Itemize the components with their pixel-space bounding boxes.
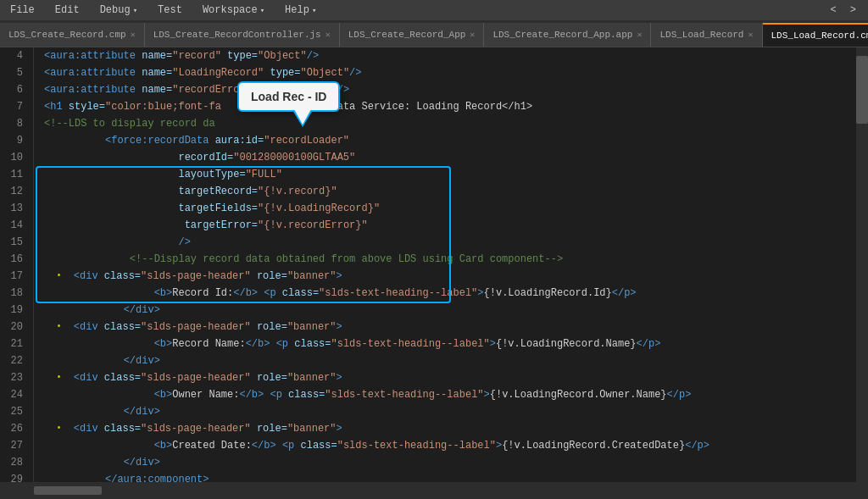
tab-0-close[interactable]: ✕ (131, 30, 136, 40)
line-num-25: 25 (10, 403, 23, 420)
line-num-21: 21 (10, 335, 23, 352)
line-num-17: 17 (10, 268, 23, 285)
menu-edit[interactable]: Edit (52, 3, 83, 18)
line-num-23: 23 (10, 369, 23, 386)
code-line-26: • <div class="slds-page-header" role="ba… (34, 420, 856, 437)
tab-2-label: LDS_Create_Record_App (348, 30, 466, 40)
scrollbar-thumb[interactable] (856, 56, 868, 124)
line-num-28: 28 (10, 454, 23, 471)
tab-3[interactable]: LDS_Create_Record_App.app ✕ (484, 23, 651, 47)
debug-dropdown-icon: ▾ (133, 6, 137, 15)
tab-1-label: LDS_Create_RecordController.js (153, 30, 321, 40)
line-num-27: 27 (10, 437, 23, 454)
line-num-5: 5 (10, 64, 23, 81)
editor-container: 4 5 6 7 8 9 10 11 12 13 14 15 16 17 18 1… (0, 47, 868, 482)
menu-help[interactable]: Help ▾ (281, 3, 320, 18)
tab-0[interactable]: LDS_Create_Record.cmp ✕ (0, 23, 145, 47)
line-num-20: 20 (10, 319, 23, 335)
line-num-16: 16 (10, 251, 23, 268)
line-num-13: 13 (10, 200, 23, 217)
workspace-dropdown-icon: ▾ (260, 6, 264, 15)
tab-5-label: LDS_Load_Record.cmp (771, 30, 868, 41)
tab-2[interactable]: LDS_Create_Record_App ✕ (340, 23, 485, 47)
tab-bar: LDS_Create_Record.cmp ✕ LDS_Create_Recor… (0, 20, 868, 47)
nav-arrows: < > (826, 3, 861, 18)
code-line-20: • <div class="slds-page-header" role="ba… (34, 319, 856, 335)
code-line-22: </div> (34, 352, 856, 369)
line-num-22: 22 (10, 352, 23, 369)
scrollbar-right[interactable] (856, 47, 868, 482)
code-line-16: <!--Display record data obtained from ab… (34, 251, 856, 268)
tab-1-close[interactable]: ✕ (326, 30, 331, 40)
line-num-29: 29 (10, 471, 23, 482)
line-num-19: 19 (10, 302, 23, 319)
line-num-26: 26 (10, 420, 23, 437)
tab-4[interactable]: LDS_Load_Record ✕ (651, 23, 762, 47)
tab-2-close[interactable]: ✕ (470, 30, 475, 40)
tab-3-label: LDS_Create_Record_App.app (492, 30, 632, 40)
menu-workspace[interactable]: Workspace ▾ (199, 3, 268, 18)
line-num-7: 7 (10, 98, 23, 115)
code-line-18: <b> Record Id: </b> <p class="slds-text-… (34, 285, 856, 302)
code-line-21: <b> Record Name: </b> <p class="slds-tex… (34, 335, 856, 352)
line-num-18: 18 (10, 285, 23, 302)
code-line-23: • <div class="slds-page-header" role="ba… (34, 369, 856, 386)
line-num-9: 9 (10, 132, 23, 149)
code-line-25: </div> (34, 403, 856, 420)
tab-4-label: LDS_Load_Record (659, 30, 743, 40)
menu-debug[interactable]: Debug ▾ (97, 3, 141, 18)
line-num-6: 6 (10, 81, 23, 98)
tab-4-close[interactable]: ✕ (748, 30, 753, 40)
line-numbers: 4 5 6 7 8 9 10 11 12 13 14 15 16 17 18 1… (0, 47, 34, 482)
tooltip-box: Load Rec - ID (237, 81, 340, 112)
line-num-14: 14 (10, 217, 23, 234)
tab-3-close[interactable]: ✕ (637, 30, 642, 40)
menu-bar: File Edit Debug ▾ Test Workspace ▾ Help … (0, 0, 868, 20)
menu-test[interactable]: Test (154, 3, 186, 18)
code-line-28: </div> (34, 454, 856, 471)
code-line-27: <b> Created Date: </b> <p class="slds-te… (34, 437, 856, 454)
code-line-17: • <div class="slds-page-header" role="ba… (34, 268, 856, 285)
tooltip-tail-inner (294, 109, 311, 125)
menu-file[interactable]: File (7, 3, 38, 18)
line-num-24: 24 (10, 386, 23, 403)
line-num-11: 11 (10, 166, 23, 183)
scrollbar-bottom[interactable] (0, 482, 868, 499)
nav-prev-button[interactable]: < (826, 3, 842, 18)
code-line-4: <aura:attribute name="record" type="Obje… (34, 47, 856, 64)
code-line-6: <aura:attribute name="recordError" type=… (34, 81, 856, 98)
scrollbar-bottom-thumb[interactable] (34, 486, 102, 495)
nav-next-button[interactable]: > (845, 3, 861, 18)
line-num-4: 4 (10, 47, 23, 64)
code-line-19: </div> (34, 302, 856, 319)
tab-5[interactable]: LDS_Load_Record.cmp ✕ (763, 23, 868, 47)
tooltip-overlay: Load Rec - ID (237, 81, 340, 112)
line-num-15: 15 (10, 234, 23, 251)
code-line-15: /> (34, 234, 856, 251)
code-line-5: <aura:attribute name="LoadingRecord" typ… (34, 64, 856, 81)
code-line-29: </aura:component> (34, 471, 856, 482)
code-line-24: <b> Owner Name: </b> <p class="slds-text… (34, 386, 856, 403)
tab-1[interactable]: LDS_Create_RecordController.js ✕ (145, 23, 340, 47)
line-num-10: 10 (10, 149, 23, 166)
code-area[interactable]: Load Rec - ID <aura:attribute name="reco… (34, 47, 856, 482)
line-num-8: 8 (10, 115, 23, 132)
tooltip-text: Load Rec - ID (251, 90, 326, 103)
code-line-7: <h1 style="color:blue;font-fa Lightning … (34, 98, 856, 115)
tab-0-label: LDS_Create_Record.cmp (8, 30, 126, 40)
help-dropdown-icon: ▾ (312, 6, 316, 15)
line-num-12: 12 (10, 183, 23, 200)
code-line-8: <!--LDS to display record da (34, 115, 856, 132)
